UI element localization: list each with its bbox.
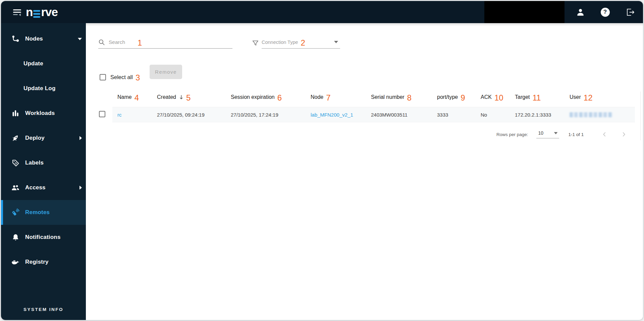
topbar: n rve ?	[1, 1, 643, 23]
connection-type-select[interactable]: Connection Type 2	[262, 36, 340, 49]
sidebar-item-label: Workloads	[25, 110, 55, 117]
session-expiration-cell: 27/10/2025, 17:24:19	[226, 112, 306, 118]
sidebar-nav: Nodes Update Update Log Workloads Deploy	[1, 26, 86, 274]
sidebar-item-label: Update Log	[23, 85, 56, 92]
chevron-right-icon	[79, 186, 82, 190]
nodes-icon	[11, 35, 19, 43]
filter-funnel-icon	[252, 40, 259, 47]
redacted-topbar-area	[484, 1, 565, 23]
ack-cell: No	[476, 112, 510, 118]
help-glyph: ?	[601, 8, 610, 17]
sidebar-item-label: Remotes	[25, 209, 50, 216]
workloads-icon	[11, 109, 19, 117]
table-right-border	[640, 91, 641, 140]
remotes-table: Name 4 Created 5 Session expiration 6 No…	[98, 91, 635, 122]
annotation-12: 12	[584, 94, 593, 102]
remote-name-link[interactable]: rc	[117, 112, 122, 118]
annotation-6: 6	[277, 94, 282, 102]
col-header-node[interactable]: Node 7	[306, 93, 366, 101]
sidebar-item-remotes[interactable]: Remotes	[1, 200, 86, 225]
sidebar-item-labels[interactable]: Labels	[1, 150, 86, 175]
system-info-button[interactable]: SYSTEM INFO	[1, 307, 86, 312]
sidebar-item-label: Registry	[25, 259, 49, 265]
annotation-3: 3	[136, 74, 140, 82]
annotation-10: 10	[494, 94, 503, 102]
serial-number-cell: 2403MW003511	[366, 112, 432, 118]
row-checkbox-cell	[98, 111, 112, 118]
col-header-user[interactable]: User 12	[565, 93, 635, 101]
search-field[interactable]: 1	[98, 36, 232, 49]
app-window: n rve ? Nodes	[1, 1, 643, 320]
table-row: rc 27/10/2025, 09:24:19 27/10/2025, 17:2…	[98, 107, 635, 122]
select-all-control: Select all 3	[100, 73, 140, 81]
annotation-2: 2	[301, 39, 305, 47]
rows-per-page-label: Rows per page:	[496, 132, 528, 137]
chevron-down-icon	[78, 38, 82, 40]
nerve-logo: n rve	[26, 6, 58, 18]
user-cell	[565, 112, 635, 117]
remote-control-icon	[11, 208, 19, 216]
sidebar-item-access[interactable]: Access	[1, 175, 86, 200]
sidebar-item-label: Labels	[25, 159, 44, 166]
sidebar-item-deploy[interactable]: Deploy	[1, 126, 86, 150]
main-content: 1 Connection Type 2 Select all 3 Remove …	[86, 23, 643, 320]
rows-per-page-select[interactable]: 10	[536, 130, 559, 138]
annotation-1: 1	[138, 39, 142, 47]
sidebar-item-update[interactable]: Update	[1, 51, 86, 76]
sidebar-item-update-log[interactable]: Update Log	[1, 76, 86, 101]
sidebar-item-registry[interactable]: Registry	[1, 250, 86, 274]
col-header-session-expiration[interactable]: Session expiration 6	[226, 93, 306, 101]
pagination-bar: Rows per page: 10 1-1 of 1	[496, 128, 628, 141]
row-checkbox[interactable]	[99, 111, 105, 117]
sidebar-item-notifications[interactable]: Notifications	[1, 225, 86, 250]
col-header-name[interactable]: Name 4	[112, 93, 152, 101]
logout-icon[interactable]	[625, 7, 635, 17]
sidebar: Nodes Update Update Log Workloads Deploy	[1, 23, 86, 320]
logo-text-right: rve	[41, 6, 58, 18]
annotation-7: 7	[326, 94, 330, 102]
sidebar-item-nodes[interactable]: Nodes	[1, 26, 86, 51]
created-cell: 27/10/2025, 09:24:19	[152, 112, 226, 118]
table-header-row: Name 4 Created 5 Session expiration 6 No…	[98, 91, 635, 104]
node-link[interactable]: lab_MFN200_v2_1	[311, 112, 353, 118]
remove-button[interactable]: Remove	[150, 65, 182, 79]
sidebar-item-label: Update	[23, 60, 43, 67]
annotation-8: 8	[407, 94, 412, 102]
logo-bars-icon	[33, 6, 40, 18]
search-input[interactable]	[109, 39, 135, 45]
people-icon	[11, 184, 19, 192]
sort-desc-icon	[179, 95, 183, 100]
user-profile-icon[interactable]	[575, 7, 585, 17]
next-page-button[interactable]	[620, 130, 628, 139]
search-icon	[98, 39, 105, 46]
select-all-checkbox[interactable]	[100, 74, 106, 80]
chevron-right-icon	[79, 136, 82, 140]
docker-whale-icon	[11, 258, 19, 266]
annotation-9: 9	[461, 94, 465, 102]
col-header-created[interactable]: Created 5	[152, 93, 226, 101]
dropdown-caret-icon	[334, 41, 338, 43]
previous-page-button[interactable]	[600, 130, 609, 139]
bell-icon	[11, 233, 19, 241]
select-all-label: Select all	[110, 74, 133, 80]
col-header-target[interactable]: Target 11	[510, 93, 565, 101]
dropdown-caret-icon	[554, 132, 557, 134]
rocket-icon	[11, 134, 19, 142]
user-cell-redacted	[570, 112, 612, 117]
menu-collapse-icon[interactable]	[13, 9, 21, 15]
tag-icon	[11, 159, 19, 167]
col-header-ack[interactable]: ACK 10	[476, 93, 510, 101]
sidebar-item-workloads[interactable]: Workloads	[1, 101, 86, 126]
connection-type-label: Connection Type	[262, 40, 298, 45]
help-icon[interactable]: ?	[600, 7, 610, 17]
topbar-actions: ?	[575, 1, 635, 23]
target-cell: 172.20.2.1:3333	[510, 112, 565, 118]
col-header-serial-number[interactable]: Serial number 8	[366, 93, 432, 101]
annotation-11: 11	[532, 94, 541, 102]
sidebar-item-label: Nodes	[25, 36, 43, 42]
sidebar-item-label: Notifications	[25, 234, 61, 241]
col-header-port-type[interactable]: port/type 9	[432, 93, 476, 101]
sidebar-item-label: Access	[25, 184, 46, 191]
logo-text-left: n	[26, 6, 33, 18]
pagination-range: 1-1 of 1	[569, 132, 589, 137]
